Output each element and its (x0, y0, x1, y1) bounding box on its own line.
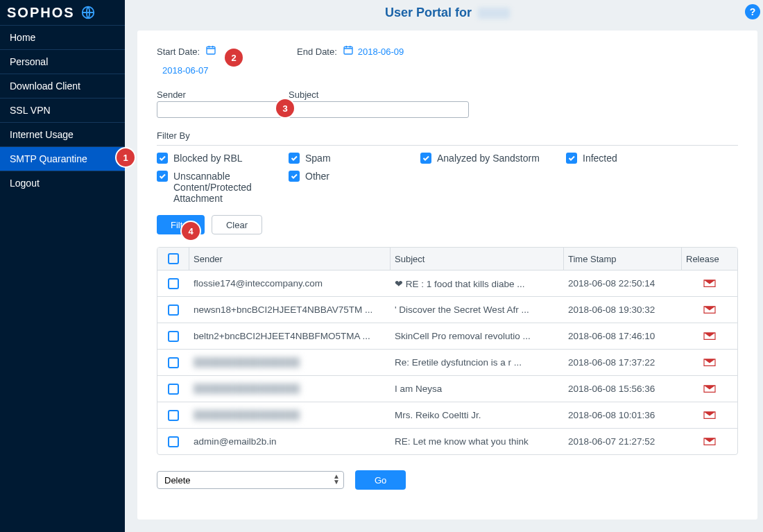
row-time: 2018-06-08 17:46:10 (564, 331, 682, 341)
start-date-value[interactable]: 2018-06-07 (157, 65, 289, 76)
filter-by-section: Filter By Blocked by RBL Spam Analyzed b… (157, 130, 738, 204)
release-icon[interactable] (703, 329, 717, 343)
row-checkbox[interactable] (168, 410, 179, 421)
table-header: Sender Subject Time Stamp Release (157, 248, 737, 270)
sender-input[interactable] (157, 101, 282, 118)
row-checkbox-cell (157, 331, 189, 342)
bulk-action-select[interactable]: Delete (157, 471, 344, 489)
row-subject: ' Discover the Secret West Afr ... (391, 304, 564, 315)
row-sender: flossie174@inteccompany.com (189, 278, 391, 289)
end-date-label: End Date: (297, 46, 337, 57)
row-time: 2018-06-08 19:30:32 (564, 304, 682, 315)
brand: SOPHOS (0, 0, 125, 25)
subject-field: Subject (289, 89, 469, 118)
date-range-row: Start Date: 2018-06-07 End Date: 2018-06… (157, 44, 738, 76)
nav-item-download-client[interactable]: Download Client (0, 74, 125, 98)
help-icon[interactable]: ? (745, 4, 760, 19)
row-release-cell (682, 435, 737, 448)
table-row: ████████████████Mrs. Reiko Coeltti Jr.20… (157, 402, 737, 428)
release-icon[interactable] (703, 356, 717, 369)
filter-options: Blocked by RBL Spam Analyzed by Sandstor… (157, 153, 738, 204)
nav-item-internet-usage[interactable]: Internet Usage (0, 122, 125, 146)
table-row: ████████████████Re: Eretile dysfutncion … (157, 349, 737, 375)
filter-label: Blocked by RBL (173, 153, 243, 164)
row-release-cell (682, 382, 737, 395)
row-sender: ████████████████ (189, 410, 391, 420)
row-checkbox-cell (157, 357, 189, 368)
clear-button[interactable]: Clear (212, 215, 262, 234)
filter-spam[interactable]: Spam (289, 153, 420, 164)
filter-label: Other (305, 171, 329, 182)
release-icon[interactable] (703, 409, 717, 422)
release-icon[interactable] (703, 277, 717, 290)
row-subject: Re: Eretile dysfutncion is a r ... (391, 357, 564, 368)
row-checkbox[interactable] (168, 304, 179, 316)
callout-3: 3 (276, 99, 294, 117)
filter-unscannable[interactable]: Unscannable Content/Protected Attachment (157, 171, 289, 204)
checkbox-icon (157, 171, 168, 182)
end-date-block: End Date: 2018-06-09 (297, 44, 429, 58)
callout-1: 1 (117, 148, 135, 166)
table-row: newsn18+bncBCI2HJEET4NBBAV75TM ...' Disc… (157, 296, 737, 323)
select-all-checkbox[interactable] (168, 253, 179, 264)
header-checkbox-cell (157, 248, 189, 270)
row-checkbox-cell (157, 436, 189, 447)
start-date-block: Start Date: 2018-06-07 (157, 44, 289, 76)
checkbox-icon (420, 153, 431, 164)
row-time: 2018-06-08 15:56:36 (564, 384, 682, 394)
svg-rect-1 (207, 46, 215, 54)
nav-item-personal[interactable]: Personal (0, 49, 125, 74)
row-sender: newsn18+bncBCI2HJEET4NBBAV75TM ... (189, 304, 391, 315)
subject-label: Subject (289, 89, 469, 100)
row-sender: ████████████████ (189, 384, 391, 394)
checkbox-icon (566, 153, 577, 164)
nav-label: Personal (10, 56, 48, 67)
row-checkbox-cell (157, 410, 189, 421)
row-time: 2018-06-07 21:27:52 (564, 436, 682, 447)
table-body: flossie174@inteccompany.com❤ RE : 1 food… (157, 270, 737, 454)
row-release-cell (682, 277, 737, 290)
row-checkbox[interactable] (168, 357, 179, 368)
search-row: Sender Subject 3 (157, 89, 738, 118)
row-subject: Mrs. Reiko Coeltti Jr. (391, 410, 564, 420)
filter-label: Infected (583, 153, 617, 164)
header-subject[interactable]: Subject (391, 248, 564, 270)
subject-input[interactable] (289, 101, 469, 118)
row-checkbox[interactable] (168, 331, 179, 342)
filter-by-title: Filter By (157, 130, 738, 141)
row-subject: ❤ RE : 1 food that kills diabe ... (391, 278, 564, 289)
start-date-label: Start Date: (157, 46, 200, 57)
row-checkbox[interactable] (168, 278, 179, 289)
filter-blocked-by-rbl[interactable]: Blocked by RBL (157, 153, 289, 164)
table-row: flossie174@inteccompany.com❤ RE : 1 food… (157, 270, 737, 296)
end-date-value[interactable]: 2018-06-09 (358, 46, 404, 57)
nav-item-logout[interactable]: Logout (0, 171, 125, 195)
callout-2: 2 (225, 49, 243, 67)
nav-item-home[interactable]: Home (0, 25, 125, 49)
filter-sandstorm[interactable]: Analyzed by Sandstorm (420, 153, 566, 164)
calendar-icon[interactable] (343, 44, 354, 58)
checkbox-icon (157, 153, 168, 164)
row-checkbox[interactable] (168, 436, 179, 447)
release-icon[interactable] (703, 303, 717, 316)
release-icon[interactable] (703, 435, 717, 448)
release-icon[interactable] (703, 382, 717, 395)
brand-icon (80, 5, 96, 20)
header-time[interactable]: Time Stamp (564, 248, 682, 270)
nav-item-ssl-vpn[interactable]: SSL VPN (0, 98, 125, 122)
calendar-icon[interactable] (205, 44, 216, 58)
filter-infected[interactable]: Infected (566, 153, 698, 164)
row-checkbox-cell (157, 384, 189, 395)
bulk-action-select-wrap: Delete ▲▼ (157, 471, 344, 489)
go-button[interactable]: Go (355, 470, 406, 490)
header-release: Release (682, 248, 737, 270)
callout-4: 4 (182, 222, 200, 240)
header-sender[interactable]: Sender (189, 248, 391, 270)
sender-field: Sender (157, 89, 282, 118)
nav-item-smtp-quarantine[interactable]: SMTP Quarantine 1 (0, 146, 125, 171)
nav-label: Logout (10, 178, 40, 189)
row-subject: SkinCell Pro removal revolutio ... (391, 331, 564, 341)
row-checkbox[interactable] (168, 384, 179, 395)
filter-other[interactable]: Other (289, 171, 420, 204)
quarantine-table: Sender Subject Time Stamp Release flossi… (157, 247, 738, 455)
